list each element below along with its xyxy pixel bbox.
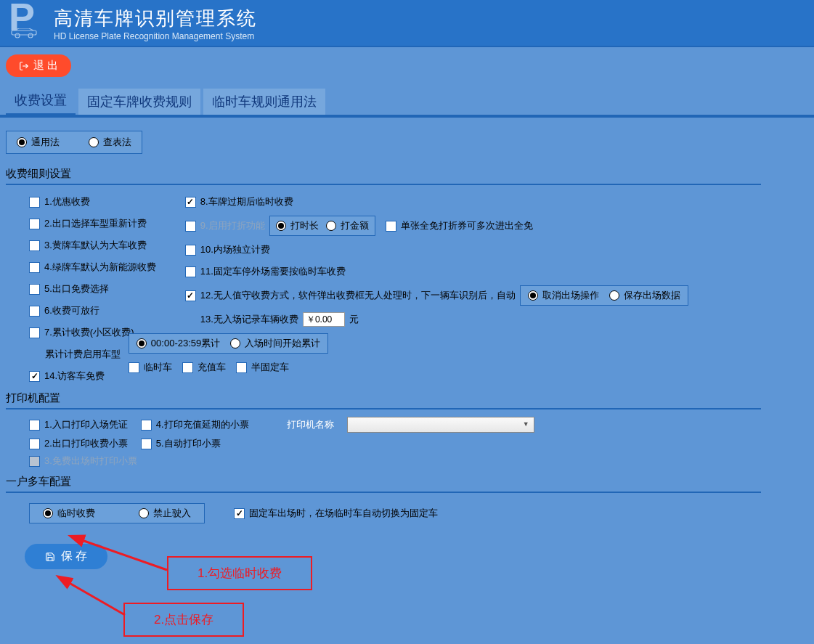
- radio-multi-forbid[interactable]: [139, 508, 149, 518]
- chk-p3: [29, 456, 40, 467]
- p2-label: 2.出口打印收费小票: [44, 437, 128, 450]
- r13-label: 13.无入场记录车辆收费: [200, 313, 298, 326]
- chk-r7-half[interactable]: [236, 362, 247, 373]
- radio-r12-save[interactable]: [609, 290, 619, 301]
- p1-label: 1.入口打印入场凭证: [44, 418, 128, 431]
- app-header: P 高清车牌识别管理系统 HD License Plate Recognitio…: [0, 0, 814, 47]
- chk-r7-charge[interactable]: [182, 362, 193, 373]
- p3-label: 3.免费出场时打印小票: [44, 455, 137, 468]
- exit-label: 退 出: [33, 59, 58, 73]
- page-subtitle: HD License Plate Recognition Management …: [54, 31, 257, 41]
- logo-letter: P: [9, 4, 35, 30]
- chk-p1[interactable]: [29, 420, 40, 431]
- radio-multi-temp[interactable]: [43, 508, 53, 518]
- chk-p5[interactable]: [141, 439, 152, 449]
- r12-cancel-label: 取消出场操作: [542, 289, 599, 302]
- svg-line-5: [67, 582, 125, 615]
- r7-charge-label: 充值车: [198, 361, 226, 374]
- r4-label: 4.绿牌车默认为新能源收费: [44, 261, 156, 274]
- r7-temp-label: 临时车: [144, 361, 172, 374]
- section-printer: 打印机配置: [6, 388, 761, 409]
- r9-amount-label: 打金额: [341, 219, 369, 232]
- r7-label: 7.累计收费(小区收费): [44, 326, 134, 339]
- r12-save-label: 保存出场数据: [624, 289, 680, 302]
- r10-label: 10.内场独立计费: [200, 243, 270, 256]
- radio-r7-range[interactable]: [137, 338, 147, 349]
- app-logo: P: [9, 4, 44, 38]
- svg-line-4: [80, 539, 167, 570]
- multi-forbid-label: 禁止驶入: [153, 507, 191, 520]
- chk-p2[interactable]: [29, 439, 40, 449]
- radio-general-label: 通用法: [31, 136, 60, 149]
- chk-r11[interactable]: [185, 266, 196, 277]
- chk-multi-auto[interactable]: [234, 508, 245, 519]
- r1-label: 1.优惠收费: [44, 195, 90, 208]
- r9-time-label: 打时长: [290, 219, 319, 232]
- page-title: 高清车牌识别管理系统: [54, 6, 257, 31]
- exit-button[interactable]: 退 出: [6, 54, 71, 77]
- method-radio-group: 通用法 查表法: [6, 131, 142, 154]
- chk-r9[interactable]: [185, 221, 196, 232]
- r8-label: 8.车牌过期后临时收费: [200, 195, 293, 208]
- r9-label: 9.启用打折功能: [200, 219, 265, 232]
- chk-r1[interactable]: [29, 197, 40, 208]
- r2-label: 2.出口选择车型重新计费: [44, 217, 147, 230]
- chk-r10[interactable]: [185, 245, 196, 256]
- r14-label: 14.访客车免费: [44, 370, 105, 383]
- r7-sub-label: 累计计费启用车型: [45, 348, 121, 361]
- chk-r7-temp[interactable]: [129, 362, 139, 373]
- radio-r12-cancel[interactable]: [528, 290, 538, 301]
- r6-label: 6.收费可放行: [44, 304, 99, 317]
- arrow-1-icon: [73, 534, 174, 577]
- annotation-1: 1.勾选临时收费: [167, 556, 312, 590]
- chk-r5[interactable]: [29, 284, 40, 295]
- chk-r8[interactable]: [185, 197, 196, 208]
- tab-bar: 收费设置 固定车牌收费规则 临时车规则通用法: [0, 77, 814, 118]
- radio-general[interactable]: [17, 137, 27, 147]
- printer-name-label: 打印机名称: [287, 418, 334, 431]
- svg-point-1: [15, 33, 20, 38]
- radio-r7-start[interactable]: [230, 338, 240, 349]
- chk-r12[interactable]: [185, 290, 196, 301]
- tab-fee-settings[interactable]: 收费设置: [6, 87, 76, 115]
- toolbar: 退 出: [0, 47, 814, 77]
- chk-p4[interactable]: [141, 420, 152, 431]
- chk-r2[interactable]: [29, 219, 40, 229]
- radio-r9-amount[interactable]: [326, 221, 336, 231]
- exit-icon: [19, 61, 29, 71]
- r13-input[interactable]: [303, 312, 345, 327]
- r7-start-label: 入场时间开始累计: [245, 337, 320, 350]
- p5-label: 5.自动打印小票: [156, 437, 221, 450]
- r9-side-label: 单张全免打折券可多次进出全免: [401, 219, 533, 232]
- svg-point-2: [28, 33, 33, 38]
- arrow-2-icon: [60, 576, 132, 619]
- chk-r6[interactable]: [29, 306, 40, 317]
- annotation-2: 2.点击保存: [123, 603, 244, 637]
- printer-select[interactable]: [347, 417, 534, 433]
- chk-r3[interactable]: [29, 240, 40, 251]
- r7-half-label: 半固定车: [251, 361, 289, 374]
- section-fee-rules: 收费细则设置: [6, 164, 761, 185]
- chk-r9-side[interactable]: [386, 221, 396, 232]
- car-icon: [9, 28, 44, 38]
- chk-r14[interactable]: [29, 371, 40, 382]
- r13-unit: 元: [349, 313, 359, 326]
- multi-temp-label: 临时收费: [57, 507, 95, 520]
- r5-label: 5.出口免费选择: [44, 282, 109, 295]
- r7-range-label: 00:00-23:59累计: [151, 337, 220, 350]
- chk-r7[interactable]: [29, 327, 40, 338]
- r3-label: 3.黄牌车默认为大车收费: [44, 239, 147, 252]
- chk-r4[interactable]: [29, 262, 40, 273]
- radio-r9-time[interactable]: [276, 221, 286, 231]
- multi-auto-label: 固定车出场时，在场临时车自动切换为固定车: [249, 507, 438, 520]
- section-multicar: 一户多车配置: [6, 472, 761, 493]
- r11-label: 11.固定车停外场需要按临时车收费: [200, 265, 346, 278]
- p4-label: 4.打印充值延期的小票: [156, 418, 249, 431]
- radio-lookup[interactable]: [89, 137, 99, 147]
- tab-fixed-plate[interactable]: 固定车牌收费规则: [78, 89, 200, 115]
- radio-lookup-label: 查表法: [103, 136, 131, 149]
- r12-label: 12.无人值守收费方式，软件弹出收费框无人处理时，下一辆车识别后，自动: [200, 289, 516, 302]
- save-icon: [45, 552, 55, 562]
- tab-temp-rules[interactable]: 临时车规则通用法: [203, 89, 325, 115]
